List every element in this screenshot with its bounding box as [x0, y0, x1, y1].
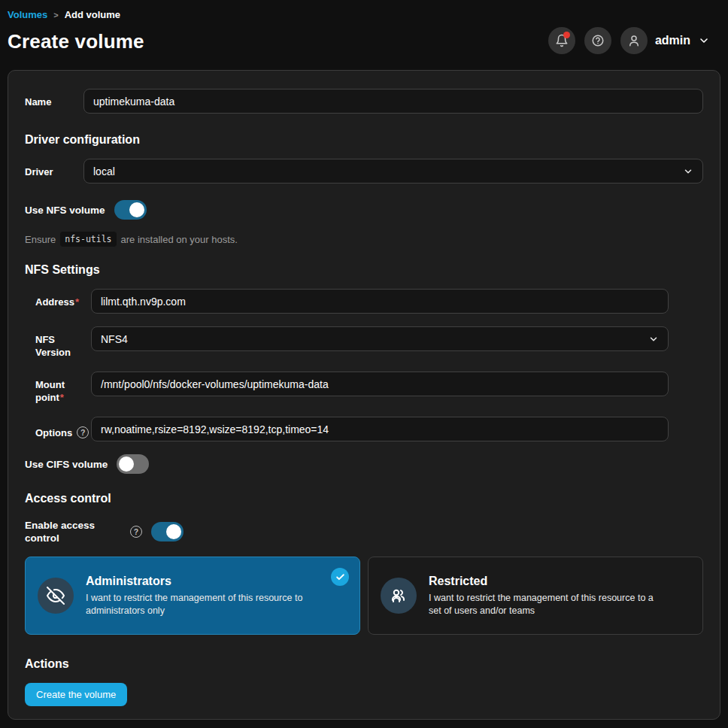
breadcrumb-link-volumes[interactable]: Volumes: [8, 9, 47, 20]
ownership-description: I want to restrict the management of thi…: [429, 592, 663, 617]
eye-off-icon: [47, 587, 65, 605]
chevron-down-icon: [698, 35, 710, 47]
driver-select-value: local: [93, 165, 115, 177]
breadcrumb-current: Add volume: [65, 9, 120, 20]
use-nfs-label: Use NFS volume: [25, 205, 105, 216]
ownership-card-administrators[interactable]: Administrators I want to restrict the ma…: [25, 557, 360, 635]
ownership-card-restricted[interactable]: Restricted I want to restrict the manage…: [368, 557, 703, 635]
options-row: Options ?: [35, 417, 669, 441]
toggle-knob: [166, 524, 181, 539]
address-row: Address*: [35, 289, 669, 314]
nfs-version-row: NFS Version NFS4: [35, 326, 669, 359]
create-volume-form-panel: Name Driver configuration Driver local U…: [8, 70, 720, 720]
nfs-settings-heading: NFS Settings: [25, 263, 703, 277]
user-icon: [627, 34, 641, 47]
name-row: Name: [25, 89, 703, 114]
toggle-knob: [129, 202, 144, 217]
enable-access-control-label: Enable access control: [25, 519, 130, 544]
avatar: [620, 27, 648, 54]
users-icon: [390, 587, 408, 605]
use-cifs-label: Use CIFS volume: [25, 459, 108, 470]
name-input[interactable]: [83, 89, 703, 114]
toggle-knob: [119, 457, 134, 472]
nfs-utils-code: nfs-utils: [60, 232, 116, 247]
access-control-heading: Access control: [25, 492, 703, 505]
create-volume-button[interactable]: Create the volume: [25, 683, 127, 706]
driver-configuration-heading: Driver configuration: [25, 133, 703, 147]
nfs-utils-note: Ensure nfs-utils are installed on your h…: [25, 232, 703, 247]
note-suffix: are installed on your hosts.: [121, 234, 238, 245]
mount-point-input[interactable]: [91, 372, 669, 396]
note-prefix: Ensure: [25, 234, 56, 245]
enable-access-control-row: Enable access control ?: [25, 519, 703, 544]
notification-badge: [563, 32, 570, 38]
use-nfs-volume-toggle[interactable]: [114, 200, 147, 220]
user-menu[interactable]: admin: [620, 27, 710, 54]
page: Volumes > Add volume Create volume: [0, 0, 728, 720]
chevron-down-icon: [648, 334, 659, 344]
notifications-button[interactable]: [548, 27, 575, 54]
help-circle-icon[interactable]: ?: [130, 526, 142, 538]
options-label: Options: [35, 426, 72, 439]
breadcrumb: Volumes > Add volume: [8, 9, 720, 20]
breadcrumb-separator: >: [53, 11, 58, 20]
required-asterisk: *: [60, 392, 64, 403]
actions-heading: Actions: [25, 657, 703, 671]
header-actions: admin: [548, 27, 710, 54]
driver-label: Driver: [25, 159, 83, 184]
options-input[interactable]: [91, 417, 669, 441]
chevron-down-icon: [683, 166, 693, 177]
mount-point-row: Mount point*: [35, 372, 669, 404]
username: admin: [655, 34, 690, 47]
selected-check-icon: [331, 568, 349, 586]
driver-row: Driver local: [25, 159, 703, 184]
use-nfs-row: Use NFS volume: [25, 200, 703, 220]
help-circle-icon[interactable]: ?: [77, 426, 89, 438]
enable-access-control-toggle[interactable]: [151, 522, 184, 541]
help-icon: [591, 34, 605, 47]
driver-select[interactable]: local: [83, 159, 703, 184]
name-label: Name: [25, 89, 83, 114]
ownership-title: Administrators: [86, 575, 320, 588]
top-bar: Volumes > Add volume Create volume: [8, 8, 720, 53]
ownership-cards: Administrators I want to restrict the ma…: [25, 557, 703, 635]
nfs-version-label: NFS Version: [35, 326, 91, 359]
help-button[interactable]: [584, 27, 611, 54]
ownership-title: Restricted: [429, 575, 663, 588]
address-label: Address: [35, 296, 74, 308]
ownership-description: I want to restrict the management of thi…: [86, 592, 320, 617]
required-asterisk: *: [75, 296, 79, 308]
use-cifs-row: Use CIFS volume: [25, 454, 703, 474]
nfs-version-select[interactable]: NFS4: [91, 326, 669, 351]
nfs-address-input[interactable]: [91, 289, 669, 314]
nfs-version-value: NFS4: [101, 333, 128, 345]
use-cifs-volume-toggle[interactable]: [117, 454, 149, 474]
nfs-settings-group: Address* NFS Version NFS4 Mount point*: [35, 289, 669, 441]
